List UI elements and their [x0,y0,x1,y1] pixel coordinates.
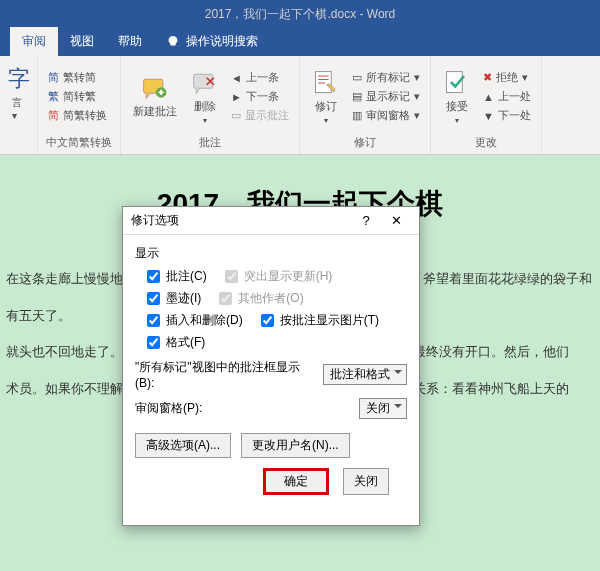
ribbon: 字 言 ▾ 简繁转简 繁简转繁 简简繁转换 中文简繁转换 新建批注 删除▾ ◄上… [0,56,600,155]
simp-to-trad-button[interactable]: 繁简转繁 [46,88,109,105]
show-markup-dropdown[interactable]: ▤显示标记▾ [350,88,422,105]
cancel-button[interactable]: 关闭 [343,468,389,495]
dialog-close-button[interactable]: ✕ [381,209,411,233]
arrow-right-icon: ► [231,91,242,103]
group-label: 中文简繁转换 [46,135,112,150]
ribbon-tabs: 审阅 视图 帮助 操作说明搜索 [0,28,600,56]
chk-insert-delete[interactable]: 插入和删除(D) [147,312,243,329]
list-icon: ▤ [352,90,362,103]
track-options-dialog: 修订选项 ? ✕ 显示 批注(C) 突出显示更新(H) 墨迹(I) 其他作者(O… [122,206,420,526]
dialog-title: 修订选项 [131,212,179,229]
chk-formatting[interactable]: 格式(F) [147,334,205,351]
font-button[interactable]: 字 言 ▾ [8,60,29,125]
tab-view[interactable]: 视图 [58,27,106,56]
tab-help[interactable]: 帮助 [106,27,154,56]
change-username-button[interactable]: 更改用户名(N)... [241,433,350,458]
chk-comments[interactable]: 批注(C) [147,268,207,285]
lightbulb-icon [166,35,180,49]
arrow-left-icon: ◄ [231,72,242,84]
close-icon: ✕ [391,213,402,228]
comment-small-icon: ▭ [231,109,241,122]
reviewing-pane-dropdown[interactable]: ▥审阅窗格▾ [350,107,422,124]
delete-icon [191,69,219,97]
reject-button[interactable]: ✖拒绝▾ [481,69,533,86]
reject-icon: ✖ [483,71,492,84]
accept-button[interactable]: 接受▾ [439,60,475,133]
section-label: 显示 [135,245,407,262]
convert-button[interactable]: 简简繁转换 [46,107,109,124]
prev-change-button[interactable]: ▲上一处 [481,88,533,105]
group-label: 批注 [129,135,291,150]
ok-button[interactable]: 确定 [263,468,329,495]
chk-ink[interactable]: 墨迹(I) [147,290,201,307]
balloons-select[interactable]: 批注和格式 [323,364,407,385]
next-change-button[interactable]: ▼下一处 [481,107,533,124]
display-mode-dropdown[interactable]: ▭所有标记▾ [350,69,422,86]
comment-icon [141,74,169,102]
pane-select[interactable]: 关闭 [359,398,407,419]
next-comment-button[interactable]: ►下一条 [229,88,291,105]
arrow-down-icon: ▼ [483,110,494,122]
chk-pictures[interactable]: 按批注显示图片(T) [261,312,379,329]
track-icon [312,69,340,97]
new-comment-button[interactable]: 新建批注 [129,60,181,133]
track-changes-button[interactable]: 修订▾ [308,60,344,133]
show-comments-button[interactable]: ▭显示批注 [229,107,291,124]
tab-review[interactable]: 审阅 [10,27,58,56]
window-title: 2017，我们一起下个棋.docx - Word [0,0,600,28]
chk-highlight[interactable]: 突出显示更新(H) [225,268,333,285]
chk-others[interactable]: 其他作者(O) [219,290,303,307]
tab-search[interactable]: 操作说明搜索 [154,27,270,56]
prev-comment-button[interactable]: ◄上一条 [229,69,291,86]
group-label: 更改 [439,135,533,150]
svg-rect-3 [316,71,332,92]
arrow-up-icon: ▲ [483,91,494,103]
accept-icon [443,69,471,97]
trad-to-simp-button[interactable]: 简繁转简 [46,69,109,86]
pane-icon: ▥ [352,109,362,122]
group-label: 修订 [308,135,422,150]
balloons-label: "所有标记"视图中的批注框显示(B): [135,359,317,390]
dialog-help-button[interactable]: ? [351,209,381,233]
markup-icon: ▭ [352,71,362,84]
advanced-options-button[interactable]: 高级选项(A)... [135,433,231,458]
pane-label: 审阅窗格(P): [135,400,353,417]
delete-comment-button[interactable]: 删除▾ [187,60,223,133]
